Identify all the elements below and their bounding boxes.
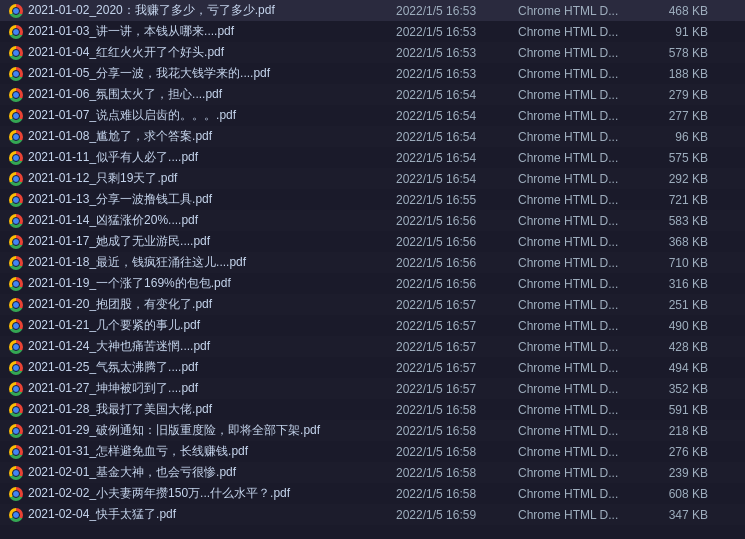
chrome-icon	[8, 150, 24, 166]
file-date: 2022/1/5 16:54	[388, 109, 518, 123]
file-type: Chrome HTML D...	[518, 67, 638, 81]
file-size: 292 KB	[638, 172, 708, 186]
chrome-icon	[8, 339, 24, 355]
table-row[interactable]: 2021-01-21_几个要紧的事儿.pdf2022/1/5 16:57Chro…	[0, 315, 745, 336]
table-row[interactable]: 2021-01-08_尴尬了，求个答案.pdf2022/1/5 16:54Chr…	[0, 126, 745, 147]
file-size: 721 KB	[638, 193, 708, 207]
file-type: Chrome HTML D...	[518, 235, 638, 249]
file-size: 494 KB	[638, 361, 708, 375]
file-type: Chrome HTML D...	[518, 466, 638, 480]
file-type: Chrome HTML D...	[518, 361, 638, 375]
file-size: 608 KB	[638, 487, 708, 501]
table-row[interactable]: 2021-01-24_大神也痛苦迷惘....pdf2022/1/5 16:57C…	[0, 336, 745, 357]
file-type: Chrome HTML D...	[518, 256, 638, 270]
table-row[interactable]: 2021-01-20_抱团股，有变化了.pdf2022/1/5 16:57Chr…	[0, 294, 745, 315]
table-row[interactable]: 2021-01-03_讲一讲，本钱从哪来....pdf2022/1/5 16:5…	[0, 21, 745, 42]
file-size: 468 KB	[638, 4, 708, 18]
file-name: 2021-01-25_气氛太沸腾了....pdf	[28, 359, 388, 376]
file-date: 2022/1/5 16:54	[388, 151, 518, 165]
chrome-icon	[8, 318, 24, 334]
table-row[interactable]: 2021-01-07_说点难以启齿的。。。.pdf2022/1/5 16:54C…	[0, 105, 745, 126]
table-row[interactable]: 2021-01-27_坤坤被叼到了....pdf2022/1/5 16:57Ch…	[0, 378, 745, 399]
table-row[interactable]: 2021-01-28_我最打了美国大佬.pdf2022/1/5 16:58Chr…	[0, 399, 745, 420]
file-size: 428 KB	[638, 340, 708, 354]
chrome-icon	[8, 24, 24, 40]
file-type: Chrome HTML D...	[518, 403, 638, 417]
file-type: Chrome HTML D...	[518, 151, 638, 165]
file-type: Chrome HTML D...	[518, 340, 638, 354]
table-row[interactable]: 2021-01-06_氛围太火了，担心....pdf2022/1/5 16:54…	[0, 84, 745, 105]
file-size: 710 KB	[638, 256, 708, 270]
file-type: Chrome HTML D...	[518, 130, 638, 144]
file-date: 2022/1/5 16:54	[388, 172, 518, 186]
file-size: 188 KB	[638, 67, 708, 81]
table-row[interactable]: 2021-01-04_红红火火开了个好头.pdf2022/1/5 16:53Ch…	[0, 42, 745, 63]
file-type: Chrome HTML D...	[518, 445, 638, 459]
file-type: Chrome HTML D...	[518, 214, 638, 228]
file-date: 2022/1/5 16:59	[388, 508, 518, 522]
file-date: 2022/1/5 16:57	[388, 382, 518, 396]
table-row[interactable]: 2021-01-25_气氛太沸腾了....pdf2022/1/5 16:57Ch…	[0, 357, 745, 378]
file-type: Chrome HTML D...	[518, 487, 638, 501]
table-row[interactable]: 2021-01-19_一个涨了169%的包包.pdf2022/1/5 16:56…	[0, 273, 745, 294]
file-date: 2022/1/5 16:53	[388, 4, 518, 18]
chrome-icon	[8, 108, 24, 124]
file-name: 2021-02-02_小夫妻两年攒150万...什么水平？.pdf	[28, 485, 388, 502]
table-row[interactable]: 2021-01-17_她成了无业游民....pdf2022/1/5 16:56C…	[0, 231, 745, 252]
file-size: 591 KB	[638, 403, 708, 417]
file-size: 91 KB	[638, 25, 708, 39]
chrome-icon	[8, 129, 24, 145]
table-row[interactable]: 2021-01-14_凶猛涨价20%....pdf2022/1/5 16:56C…	[0, 210, 745, 231]
chrome-icon	[8, 486, 24, 502]
file-type: Chrome HTML D...	[518, 25, 638, 39]
file-date: 2022/1/5 16:53	[388, 46, 518, 60]
file-date: 2022/1/5 16:58	[388, 445, 518, 459]
table-row[interactable]: 2021-01-05_分享一波，我花大钱学来的....pdf2022/1/5 1…	[0, 63, 745, 84]
table-row[interactable]: 2021-02-04_快手太猛了.pdf2022/1/5 16:59Chrome…	[0, 504, 745, 525]
file-date: 2022/1/5 16:58	[388, 466, 518, 480]
file-type: Chrome HTML D...	[518, 172, 638, 186]
file-size: 575 KB	[638, 151, 708, 165]
table-row[interactable]: 2021-01-02_2020：我赚了多少，亏了多少.pdf2022/1/5 1…	[0, 0, 745, 21]
table-row[interactable]: 2021-01-31_怎样避免血亏，长线赚钱.pdf2022/1/5 16:58…	[0, 441, 745, 462]
file-type: Chrome HTML D...	[518, 319, 638, 333]
file-name: 2021-02-01_基金大神，也会亏很惨.pdf	[28, 464, 388, 481]
chrome-icon	[8, 465, 24, 481]
file-date: 2022/1/5 16:56	[388, 256, 518, 270]
file-name: 2021-01-17_她成了无业游民....pdf	[28, 233, 388, 250]
file-name: 2021-01-29_破例通知：旧版重度险，即将全部下架.pdf	[28, 422, 388, 439]
file-name: 2021-01-02_2020：我赚了多少，亏了多少.pdf	[28, 2, 388, 19]
file-size: 583 KB	[638, 214, 708, 228]
file-name: 2021-01-21_几个要紧的事儿.pdf	[28, 317, 388, 334]
file-name: 2021-01-06_氛围太火了，担心....pdf	[28, 86, 388, 103]
file-name: 2021-01-14_凶猛涨价20%....pdf	[28, 212, 388, 229]
table-row[interactable]: 2021-02-01_基金大神，也会亏很惨.pdf2022/1/5 16:58C…	[0, 462, 745, 483]
table-row[interactable]: 2021-02-02_小夫妻两年攒150万...什么水平？.pdf2022/1/…	[0, 483, 745, 504]
table-row[interactable]: 2021-01-18_最近，钱疯狂涌往这儿....pdf2022/1/5 16:…	[0, 252, 745, 273]
file-list[interactable]: 2021-01-02_2020：我赚了多少，亏了多少.pdf2022/1/5 1…	[0, 0, 745, 539]
file-date: 2022/1/5 16:56	[388, 214, 518, 228]
table-row[interactable]: 2021-01-13_分享一波撸钱工具.pdf2022/1/5 16:55Chr…	[0, 189, 745, 210]
table-row[interactable]: 2021-01-29_破例通知：旧版重度险，即将全部下架.pdf2022/1/5…	[0, 420, 745, 441]
table-row[interactable]: 2021-01-11_似乎有人必了....pdf2022/1/5 16:54Ch…	[0, 147, 745, 168]
chrome-icon	[8, 276, 24, 292]
file-type: Chrome HTML D...	[518, 193, 638, 207]
chrome-icon	[8, 297, 24, 313]
file-size: 251 KB	[638, 298, 708, 312]
chrome-icon	[8, 45, 24, 61]
file-date: 2022/1/5 16:58	[388, 403, 518, 417]
file-type: Chrome HTML D...	[518, 109, 638, 123]
chrome-icon	[8, 381, 24, 397]
file-date: 2022/1/5 16:54	[388, 130, 518, 144]
table-row[interactable]: 2021-01-12_只剩19天了.pdf2022/1/5 16:54Chrom…	[0, 168, 745, 189]
file-name: 2021-01-13_分享一波撸钱工具.pdf	[28, 191, 388, 208]
file-date: 2022/1/5 16:57	[388, 361, 518, 375]
file-date: 2022/1/5 16:57	[388, 319, 518, 333]
file-name: 2021-01-20_抱团股，有变化了.pdf	[28, 296, 388, 313]
file-size: 490 KB	[638, 319, 708, 333]
file-name: 2021-01-27_坤坤被叼到了....pdf	[28, 380, 388, 397]
chrome-icon	[8, 402, 24, 418]
chrome-icon	[8, 360, 24, 376]
file-size: 578 KB	[638, 46, 708, 60]
file-date: 2022/1/5 16:58	[388, 487, 518, 501]
